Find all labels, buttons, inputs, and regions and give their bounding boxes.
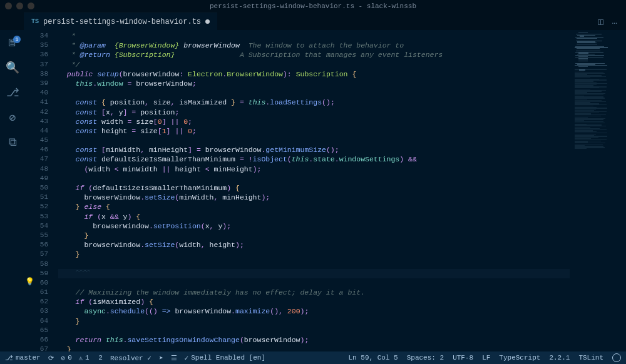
code-line[interactable] [58,88,570,98]
line-number: 39 [25,79,48,88]
code-line[interactable] [58,278,570,288]
feedback-icon[interactable] [612,353,621,362]
code-line[interactable]: } [58,231,570,240]
dirty-dot-icon[interactable] [205,19,210,24]
language-mode[interactable]: TypeScript [499,353,540,362]
code-line[interactable]: * @param {BrowserWindow} browserWindow T… [58,41,570,50]
more-icon[interactable]: … [612,16,617,26]
line-number: 49 [25,174,48,183]
line-number: 55 [25,231,48,240]
arrow-icon[interactable]: ➤ [159,354,163,362]
line-number: 51 [25,193,48,202]
activity-bar: 🗎1 🔍 ⎇ ⊘ ⧉ [0,30,25,351]
cursor-position[interactable]: Ln 59, Col 5 [349,353,398,362]
code-line[interactable]: const [minWidth, minHeight] = browserWin… [58,145,570,154]
ts-file-icon: TS [31,18,39,25]
max-dot[interactable] [28,3,34,9]
code-line[interactable]: if (defaultSizeIsSmallerThanMinimum) { [58,183,570,193]
line-number: 46 [25,145,48,154]
line-number: 65 [25,326,48,335]
code-line[interactable]: const width = size[0] || 0; [58,117,570,126]
editor[interactable]: 💡 34353637383940414243444546474849505152… [25,30,626,351]
code-line[interactable]: this.window = browserWindow; [58,79,570,88]
window-traffic-lights[interactable] [5,3,34,9]
code-line[interactable] [58,326,570,335]
code-line[interactable]: browserWindow.setSize(width, height); [58,240,570,250]
code-line[interactable]: const defaultSizeIsSmallerThanMinimum = … [58,154,570,164]
git-branch[interactable]: ⎇ master [5,354,41,362]
line-number: 35 [25,41,48,50]
line-number: 47 [25,154,48,164]
problems[interactable]: ⊘ 0 ⚠ 1 2 [61,354,103,362]
code-line[interactable]: } [58,316,570,326]
code-line[interactable] [58,174,570,183]
code-line[interactable]: * [58,31,570,41]
close-dot[interactable] [5,3,12,9]
line-number: 45 [25,136,48,145]
code-line[interactable]: (width < minWidth || height < minHeight)… [58,164,570,174]
line-number: 67 [25,345,48,351]
resolver-status[interactable]: Resolver ✓ [110,354,151,362]
spell-status[interactable]: ✓ Spell Enabled [en] [185,354,265,362]
debug-icon[interactable]: ⊘ [5,110,20,125]
code-line[interactable]: ﹋﹋ [58,269,570,278]
indent-status[interactable]: Spaces: 2 [407,353,444,362]
code-line[interactable]: } [58,345,570,351]
tab-actions: ◫ … [598,13,626,30]
line-number: 36 [25,50,48,59]
tab-filename: persist-settings-window-behavior.ts [43,18,201,26]
code-line[interactable]: // Maximizing the window immediately has… [58,288,570,297]
editor-tabs: TS persist-settings-window-behavior.ts ◫… [0,13,626,30]
eol-status[interactable]: LF [482,353,490,362]
line-number: 41 [25,98,48,107]
code-line[interactable]: browserWindow.setSize(minWidth, minHeigh… [58,193,570,202]
code-line[interactable]: } else { [58,202,570,211]
code-line[interactable]: const [x, y] = position; [58,108,570,117]
checklist-icon[interactable]: ☰ [171,354,177,362]
lightbulb-icon[interactable]: 💡 [25,277,34,286]
code-line[interactable]: */ [58,60,570,69]
search-icon[interactable]: 🔍 [5,60,20,75]
code-line[interactable]: browserWindow.setPosition(x, y); [58,221,570,231]
window-title: persist-settings-window-behavior.ts - sl… [0,0,626,13]
code-line[interactable]: return this.saveSettingsOnWindowChange(b… [58,335,570,345]
code-line[interactable]: * @return {Subscription} A Subscription … [58,50,570,59]
line-number: 34 [25,31,48,41]
line-number: 40 [25,88,48,98]
explorer-icon[interactable]: 🗎1 [5,35,20,50]
line-gutter: 3435363738394041424344454647484950515253… [25,30,53,351]
code-line[interactable] [58,260,570,269]
sync-icon[interactable]: ⟳ [48,354,54,362]
status-bar: ⎇ master ⟳ ⊘ 0 ⚠ 1 2 Resolver ✓ ➤ ☰ ✓ Sp… [0,351,626,364]
tslint-status[interactable]: TSLint [578,353,603,362]
code-line[interactable]: if (isMaximized) { [58,297,570,306]
tab-active[interactable]: TS persist-settings-window-behavior.ts [24,13,217,30]
code-line[interactable]: public setup(browserWindow: Electron.Bro… [58,69,570,79]
line-number: 43 [25,117,48,126]
minimap[interactable] [570,30,626,351]
split-editor-icon[interactable]: ◫ [598,16,603,27]
line-number: 37 [25,60,48,69]
scm-icon[interactable]: ⎇ [5,85,20,100]
extensions-icon[interactable]: ⧉ [5,135,20,150]
code-line[interactable]: const height = size[1] || 0; [58,126,570,136]
code-line[interactable] [58,136,570,145]
encoding-status[interactable]: UTF-8 [453,353,473,362]
ts-version[interactable]: 2.2.1 [549,353,570,362]
code-line[interactable]: } [58,250,570,259]
code-line[interactable]: async.schedule(() => browserWindow.maxim… [58,306,570,316]
line-number: 64 [25,316,48,326]
line-number: 58 [25,260,48,269]
line-number: 48 [25,164,48,174]
line-number: 44 [25,126,48,136]
line-number: 50 [25,183,48,193]
line-number: 56 [25,240,48,250]
line-number: 53 [25,212,48,221]
line-number: 52 [25,202,48,211]
line-number: 42 [25,108,48,117]
line-number: 38 [25,69,48,79]
code-line[interactable]: if (x && y) { [58,212,570,221]
min-dot[interactable] [16,3,23,9]
code-area[interactable]: * * @param {BrowserWindow} browserWindow… [53,30,570,351]
code-line[interactable]: const { position, size, isMaximized } = … [58,98,570,107]
